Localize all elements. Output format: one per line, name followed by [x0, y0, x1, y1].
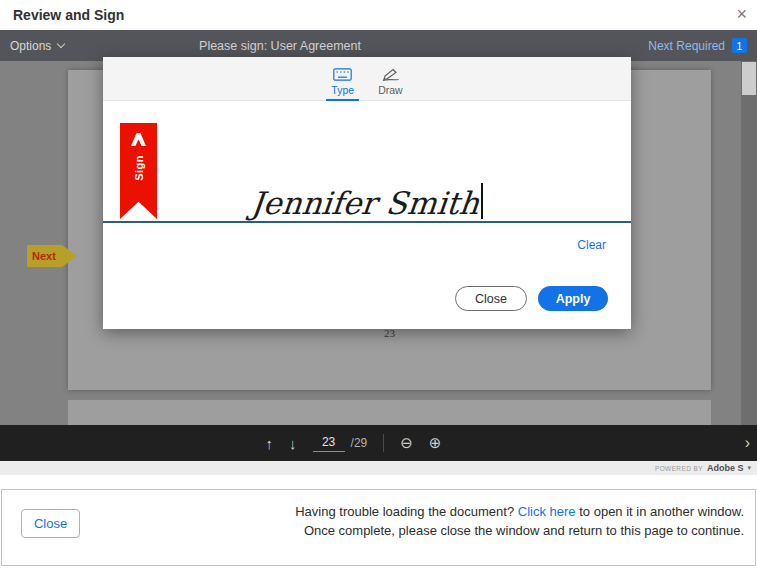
signature-line: [103, 221, 631, 223]
keyboard-icon: [333, 68, 352, 81]
footer-help-text: Having trouble loading the document? Cli…: [295, 502, 744, 540]
zoom-in-icon[interactable]: ⊕: [429, 434, 442, 452]
pen-icon: [381, 68, 400, 81]
adobe-logo-icon: [131, 133, 146, 146]
dialog-actions: Close Apply: [455, 286, 608, 311]
page-up-icon[interactable]: ↑: [266, 435, 274, 452]
chevron-down-icon: [57, 40, 65, 48]
scrollbar-thumb[interactable]: [742, 62, 756, 95]
click-here-link[interactable]: Click here: [518, 504, 576, 519]
close-window-icon[interactable]: ×: [736, 4, 747, 25]
document-page-next: [68, 400, 711, 425]
pdf-toolbar: ↑ ↓ 23 /29 ⊖ ⊕ ›: [0, 425, 757, 461]
signature-text-input[interactable]: Jennifer Smith: [249, 188, 480, 219]
close-button[interactable]: Close: [455, 286, 527, 311]
apply-button[interactable]: Apply: [538, 286, 608, 311]
tab-type-label: Type: [331, 84, 354, 96]
page-total-label: /29: [351, 436, 368, 450]
page-number-input[interactable]: 23: [313, 435, 345, 452]
footer-panel: Close Having trouble loading the documen…: [1, 489, 756, 566]
titlebar: Review and Sign ×: [0, 0, 757, 30]
next-arrow-label: Next: [32, 250, 56, 262]
next-required[interactable]: Next Required 1: [648, 30, 747, 61]
pdf-controls: ↑ ↓ 23 /29 ⊖ ⊕: [0, 425, 732, 461]
next-required-count-badge: 1: [732, 38, 747, 53]
footer-close-button[interactable]: Close: [21, 509, 80, 538]
footer-help-line1-suffix: to open it in another window.: [579, 504, 744, 519]
powered-by-label: POWERED BY: [655, 465, 703, 472]
signature-dialog: Type Draw Sign Jennifer Smith Clear: [103, 57, 631, 329]
footer-help-line1: Having trouble loading the document? Cli…: [295, 502, 744, 521]
clear-link[interactable]: Clear: [577, 238, 606, 252]
signature-field[interactable]: Jennifer Smith: [103, 171, 631, 219]
tab-draw-label: Draw: [378, 84, 403, 96]
footer-help-line1-prefix: Having trouble loading the document?: [295, 504, 514, 519]
options-menu[interactable]: Options: [10, 30, 64, 61]
signature-tabs: Type Draw: [103, 57, 631, 101]
powered-by-strip: POWERED BY Adobe S ▾: [0, 461, 757, 475]
powered-caret-icon: ▾: [747, 464, 751, 472]
scrollbar[interactable]: [741, 61, 757, 425]
page-down-icon[interactable]: ↓: [289, 435, 297, 452]
toolbar-divider: [383, 434, 384, 452]
footer-help-line2: Once complete, please close the window a…: [295, 521, 744, 540]
window-title: Review and Sign: [13, 7, 124, 23]
options-label: Options: [10, 39, 51, 53]
next-required-label: Next Required: [648, 39, 725, 53]
zoom-out-icon[interactable]: ⊖: [400, 434, 413, 452]
text-cursor: [481, 183, 483, 219]
tab-draw[interactable]: Draw: [373, 57, 408, 101]
adobe-brand-label: Adobe S: [707, 463, 744, 473]
toolbar-expand-icon[interactable]: ›: [745, 434, 750, 452]
tab-type[interactable]: Type: [326, 57, 359, 101]
